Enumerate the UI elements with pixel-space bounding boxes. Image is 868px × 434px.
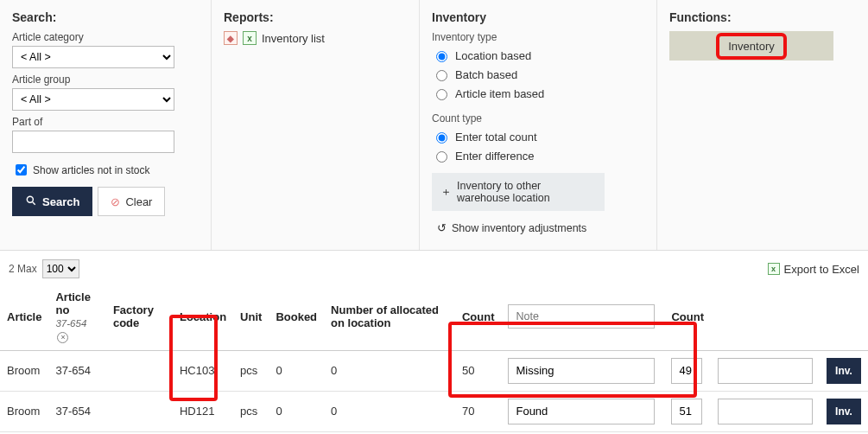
th-article-no[interactable]: Article no 37-654 × <box>48 284 105 350</box>
clear-button[interactable]: ⊘ Clear <box>98 187 165 216</box>
clear-icon: ⊘ <box>111 195 120 208</box>
radio-batch-label: Batch based <box>455 68 517 81</box>
count-type-total[interactable]: Enter total count <box>432 130 644 144</box>
count-input[interactable] <box>671 399 702 424</box>
cell-unit: pcs <box>233 391 269 431</box>
th-unit[interactable]: Unit <box>233 284 269 350</box>
show-not-in-stock[interactable]: Show articles not in stock <box>12 162 199 178</box>
th-note <box>501 284 664 350</box>
cell-article-no: 37-654 <box>48 391 105 431</box>
report-inventory-list[interactable]: ◆ x Inventory list <box>224 31 407 45</box>
clear-button-label: Clear <box>125 195 152 208</box>
excel-icon: x <box>768 263 780 275</box>
extra-input[interactable] <box>718 358 813 384</box>
pagesize-select[interactable]: 100 <box>42 259 79 278</box>
inventory-grid: Article Article no 37-654 × Factory code… <box>0 284 868 432</box>
category-label: Article category <box>12 31 199 43</box>
grid-wrap: Article Article no 37-654 × Factory code… <box>0 284 868 432</box>
count-input[interactable] <box>671 358 702 384</box>
search-panel: Search: Article category < All > Article… <box>0 0 212 250</box>
th-location[interactable]: Location <box>173 284 233 350</box>
history-icon: ↺ <box>437 221 447 234</box>
search-icon <box>25 195 37 209</box>
functions-button-wrap: Inventory <box>669 31 833 61</box>
inventory-type-location[interactable]: Location based <box>432 48 644 62</box>
pdf-icon[interactable]: ◆ <box>224 31 238 45</box>
reports-panel: Reports: ◆ x Inventory list <box>212 0 420 250</box>
partof-input[interactable] <box>12 131 174 153</box>
cell-unit: pcs <box>233 350 269 391</box>
table-row: Broom 37-654 HC103 pcs 0 0 50 Inv. <box>0 350 868 391</box>
cell-factory <box>106 350 173 391</box>
cell-location: HC103 <box>173 350 233 391</box>
max-label: 2 Max <box>9 263 37 275</box>
show-adjustments-link[interactable]: ↺ Show inventory adjustments <box>432 216 605 239</box>
th-article[interactable]: Article <box>0 284 48 350</box>
cell-article: Broom <box>0 391 48 431</box>
cell-factory <box>106 391 173 431</box>
cell-article-no: 37-654 <box>48 350 105 391</box>
inventory-type-label: Inventory type <box>432 31 644 43</box>
search-title: Search: <box>12 10 199 24</box>
category-select[interactable]: < All > <box>12 46 174 68</box>
show-not-in-stock-checkbox[interactable] <box>16 164 27 176</box>
search-button-label: Search <box>42 195 79 208</box>
functions-title: Functions: <box>669 10 856 24</box>
cell-booked: 0 <box>269 350 324 391</box>
group-select[interactable]: < All > <box>12 88 174 111</box>
partof-label: Part of <box>12 116 199 128</box>
note-input[interactable] <box>508 399 655 424</box>
th-count2[interactable]: Count <box>664 284 711 350</box>
inventory-title: Inventory <box>432 10 644 24</box>
show-adjustments-label: Show inventory adjustments <box>452 222 586 234</box>
th-factory[interactable]: Factory code <box>106 284 173 350</box>
radio-article-based[interactable] <box>436 89 447 100</box>
cell-article: Broom <box>0 350 48 391</box>
count-type-label: Count type <box>432 112 644 124</box>
th-allocated[interactable]: Number of allocated on location <box>324 284 455 350</box>
inventory-type-batch[interactable]: Batch based <box>432 67 644 81</box>
count-type-diff[interactable]: Enter difference <box>432 149 644 163</box>
export-label: Export to Excel <box>784 263 859 276</box>
move-warehouse-label: Inventory to other warehouse location <box>457 180 596 204</box>
inventory-panel: Inventory Inventory type Location based … <box>420 0 657 250</box>
functions-inventory-button[interactable]: Inventory <box>716 33 786 60</box>
clear-filter-icon[interactable]: × <box>57 332 68 343</box>
radio-total-count[interactable] <box>436 132 447 144</box>
export-excel-link[interactable]: x Export to Excel <box>768 263 859 276</box>
reports-title: Reports: <box>224 10 407 24</box>
note-input[interactable] <box>508 358 655 384</box>
grid-meta: 2 Max 100 x Export to Excel <box>0 251 868 284</box>
report-label: Inventory list <box>262 32 325 45</box>
note-filter-input[interactable] <box>508 304 655 329</box>
article-no-filter-value: 37-654 <box>55 318 86 329</box>
svg-point-0 <box>27 196 33 202</box>
cell-location: HD121 <box>173 391 233 431</box>
radio-article-label: Article item based <box>455 87 544 100</box>
th-article-no-label: Article no <box>55 290 90 316</box>
radio-location-based[interactable] <box>436 51 447 62</box>
inv-button[interactable]: Inv. <box>827 358 861 384</box>
th-booked[interactable]: Booked <box>269 284 324 350</box>
table-row: Broom 37-654 HD121 pcs 0 0 70 Inv. <box>0 391 868 431</box>
excel-icon[interactable]: x <box>243 31 257 45</box>
radio-difference[interactable] <box>436 151 447 163</box>
search-buttons: Search ⊘ Clear <box>12 187 199 216</box>
radio-batch-based[interactable] <box>436 70 447 81</box>
inv-button[interactable]: Inv. <box>827 399 861 424</box>
cell-allocated: 0 <box>324 391 455 431</box>
cell-count1: 50 <box>455 350 502 391</box>
cell-count1: 70 <box>455 391 502 431</box>
top-panels: Search: Article category < All > Article… <box>0 0 868 251</box>
article-no-filter: 37-654 × <box>55 318 86 341</box>
th-count1[interactable]: Count <box>455 284 502 350</box>
search-button[interactable]: Search <box>12 187 92 216</box>
cell-allocated: 0 <box>324 350 455 391</box>
svg-line-1 <box>33 201 35 204</box>
radio-total-label: Enter total count <box>455 131 537 144</box>
cell-booked: 0 <box>269 391 324 431</box>
move-warehouse-link[interactable]: ＋ Inventory to other warehouse location <box>432 173 605 211</box>
inventory-type-article[interactable]: Article item based <box>432 86 644 100</box>
extra-input[interactable] <box>718 399 813 424</box>
show-not-in-stock-label: Show articles not in stock <box>33 164 149 176</box>
